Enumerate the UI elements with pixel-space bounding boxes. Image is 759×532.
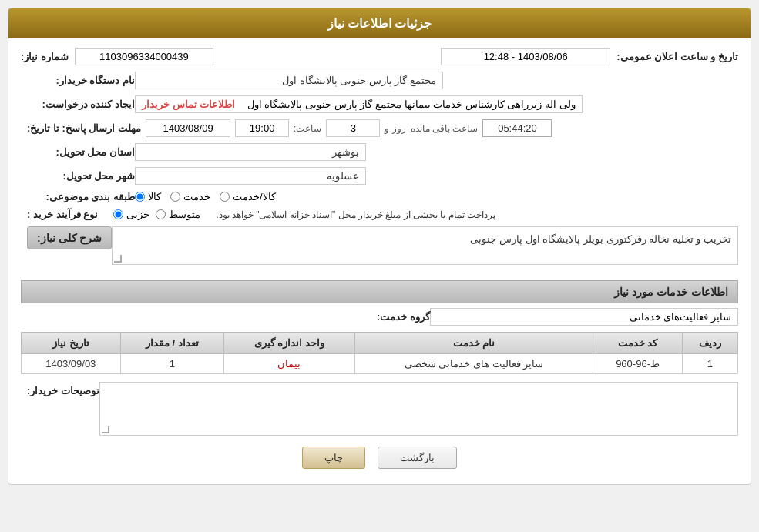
days-connector-label: روز و — [385, 123, 405, 134]
city-value: عسلویه — [135, 167, 366, 185]
purchase-type-label: نوع فرآیند خرید : — [27, 209, 98, 220]
description-resize-handle[interactable] — [114, 255, 122, 263]
announce-value: 1403/08/06 - 12:48 — [441, 48, 610, 65]
service-group-label: گروه خدمت: — [368, 311, 430, 323]
deadline-date-value: 1403/08/09 — [146, 119, 230, 137]
table-row: 1ط-96-960سایر فعالیت های خدماتی شخصیبیما… — [22, 354, 738, 374]
col-date: تاریخ نیاز — [22, 333, 121, 354]
announce-label: تاریخ و ساعت اعلان عمومی: — [616, 51, 738, 62]
purchase-mottavasset-label: متوسط — [169, 209, 200, 220]
description-box: تخریب و تخلیه نخاله رفرکتوری بویلر پالای… — [112, 226, 738, 265]
category-kala-khedmat-label: کالا/خدمت — [233, 191, 276, 202]
service-group-value: سایر فعالیت‌های خدماتی — [430, 308, 738, 326]
province-label: استان محل تحویل: — [27, 146, 135, 158]
category-kala-radio[interactable] — [135, 192, 145, 202]
back-button[interactable]: بازگشت — [378, 447, 457, 469]
category-khedmat-label: خدمت — [183, 191, 210, 202]
services-section-header: اطلاعات خدمات مورد نیاز — [21, 280, 738, 303]
buyer-notes-row: توصیحات خریدار: — [21, 382, 738, 436]
purchase-jozii-label: جزیی — [126, 209, 149, 220]
creator-value: ولی اله زیرراهی کارشناس خدمات بیمانها مج… — [247, 99, 576, 110]
province-row: بوشهر استان محل تحویل: — [21, 143, 738, 161]
purchase-jozii-item[interactable]: جزیی — [113, 209, 149, 220]
col-name: نام خدمت — [354, 333, 593, 354]
purchase-mottavasset-radio[interactable] — [156, 209, 166, 219]
buyer-name-label: نام دستگاه خریدار: — [27, 75, 135, 86]
creator-contact-link[interactable]: اطلاعات تماس خریدار — [142, 99, 235, 110]
city-label: شهر محل تحویل: — [27, 170, 135, 182]
countdown-label: ساعت باقی مانده — [411, 123, 479, 134]
description-section-label: شرح کلی نیاز: — [27, 226, 112, 249]
services-table: ردیف کد خدمت نام خدمت واحد اندازه گیری ت… — [21, 332, 738, 374]
service-group-row: سایر فعالیت‌های خدماتی گروه خدمت: — [21, 308, 738, 326]
deadline-time-value: 19:00 — [235, 119, 289, 137]
description-value: تخریب و تخلیه نخاله رفرکتوری بویلر پالای… — [470, 233, 731, 245]
col-qty: تعداد / مقدار — [120, 333, 224, 354]
buyer-name-row: مجتمع گاز پارس جنوبی پالایشگاه اول نام د… — [21, 72, 738, 89]
category-radio-group: کالا/خدمت خدمت کالا — [135, 191, 276, 202]
creator-row: ولی اله زیرراهی کارشناس خدمات بیمانها مج… — [21, 95, 738, 113]
shmaare-niaz-value: 1103096334000439 — [75, 48, 213, 65]
buyer-notes-label: توصیحات خریدار: — [27, 382, 99, 396]
purchase-radio-group: متوسط جزیی — [113, 209, 200, 220]
category-label: طبقه بندی موضوعی: — [27, 191, 135, 202]
deadline-time-label: ساعت: — [294, 123, 321, 134]
page-header: جزئیات اطلاعات نیاز — [8, 8, 751, 38]
shmaare-section: 1103096334000439 شماره نیاز: — [21, 48, 213, 65]
creator-label: ایجاد کننده درخواست: — [27, 99, 135, 110]
shmaare-announce-row: تاریخ و ساعت اعلان عمومی: 1403/08/06 - 1… — [21, 48, 738, 65]
buyer-name-value: مجتمع گاز پارس جنوبی پالایشگاه اول — [135, 72, 443, 89]
deadline-label: مهلت ارسال پاسخ: تا تاریخ: — [27, 122, 141, 134]
announce-section: تاریخ و ساعت اعلان عمومی: 1403/08/06 - 1… — [441, 48, 738, 65]
category-kala-item[interactable]: کالا — [135, 191, 161, 202]
category-kala-khedmat-item[interactable]: کالا/خدمت — [220, 191, 276, 202]
col-radif: ردیف — [682, 333, 737, 354]
category-row: کالا/خدمت خدمت کالا طبقه بندی موضوعی: — [21, 191, 738, 202]
deadline-days-value: 3 — [326, 119, 380, 137]
shmaare-niaz-label: شماره نیاز: — [21, 51, 69, 62]
purchase-note: پرداخت تمام یا بخشی از مبلغ خریدار محل "… — [216, 209, 495, 220]
print-button[interactable]: چاپ — [302, 447, 365, 469]
buyer-notes-box — [99, 382, 738, 436]
countdown-value: 05:44:20 — [482, 119, 552, 137]
province-value: بوشهر — [135, 143, 366, 161]
service-unit-link[interactable]: بیمان — [277, 358, 301, 370]
deadline-row: 05:44:20 ساعت باقی مانده روز و 3 ساعت: 1… — [21, 119, 738, 137]
purchase-jozii-radio[interactable] — [113, 209, 123, 219]
category-khedmat-item[interactable]: خدمت — [170, 191, 210, 202]
purchase-row: پرداخت تمام یا بخشی از مبلغ خریدار محل "… — [21, 209, 738, 220]
purchase-mottavasset-item[interactable]: متوسط — [156, 209, 200, 220]
col-code: کد خدمت — [593, 333, 683, 354]
col-unit: واحد اندازه گیری — [224, 333, 355, 354]
city-row: عسلویه شهر محل تحویل: — [21, 167, 738, 185]
buyer-notes-resize-handle[interactable] — [102, 426, 109, 433]
category-kala-label: کالا — [148, 191, 161, 202]
buttons-row: بازگشت چاپ — [21, 447, 738, 469]
category-khedmat-radio[interactable] — [170, 192, 180, 202]
category-kala-khedmat-radio[interactable] — [220, 192, 230, 202]
